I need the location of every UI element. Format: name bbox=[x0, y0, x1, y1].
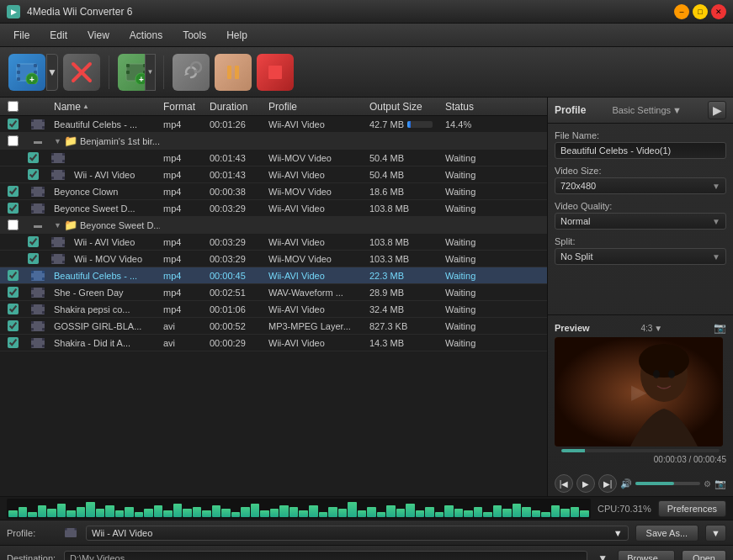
waveform-bar-segment bbox=[309, 505, 318, 517]
row-duration-3: 00:01:43 bbox=[206, 153, 265, 163]
row-status-4: Waiting bbox=[442, 170, 547, 180]
select-all-checkbox[interactable] bbox=[8, 101, 19, 112]
video-quality-select[interactable]: Normal ▼ bbox=[555, 213, 726, 230]
table-row[interactable]: mp4 00:01:43 Wii-MOV Video 50.4 MB Waiti… bbox=[0, 150, 547, 166]
waveform-bar-segment bbox=[96, 509, 105, 517]
svg-rect-70 bbox=[42, 311, 45, 314]
table-row[interactable]: ▬ ▼ 📁 Beyonce Sweet D... bbox=[0, 217, 547, 234]
table-row[interactable]: Wii - MOV Video mp4 00:03:29 Wii-MOV Vid… bbox=[0, 251, 547, 267]
video-size-select[interactable]: 720x480 ▼ bbox=[555, 177, 726, 194]
svg-rect-1 bbox=[17, 64, 20, 67]
row-status-13: Waiting bbox=[442, 321, 547, 331]
menu-file[interactable]: File bbox=[3, 26, 40, 45]
row-checkbox-5[interactable] bbox=[0, 186, 25, 197]
menu-tools[interactable]: Tools bbox=[173, 26, 216, 45]
row-checkbox-1[interactable] bbox=[0, 119, 25, 129]
waveform-bar-segment bbox=[580, 510, 589, 517]
close-button[interactable]: ✕ bbox=[711, 4, 726, 19]
add-output-dropdown[interactable]: ▼ bbox=[145, 54, 156, 91]
add-file-dropdown[interactable]: ▼ bbox=[46, 54, 58, 91]
preview-timeline[interactable] bbox=[561, 449, 720, 452]
add-file-button-group[interactable]: + ▼ bbox=[8, 54, 58, 91]
pause-button[interactable] bbox=[215, 54, 252, 91]
menu-actions[interactable]: Actions bbox=[120, 26, 173, 45]
row-outsize-9: 103.3 MB bbox=[366, 254, 442, 264]
header-duration[interactable]: Duration bbox=[206, 101, 265, 113]
convert-button[interactable] bbox=[173, 54, 210, 91]
row-checkbox-14[interactable] bbox=[0, 337, 25, 348]
svg-point-84 bbox=[653, 370, 660, 378]
row-checkbox-12[interactable] bbox=[0, 304, 25, 314]
preferences-button[interactable]: Preferences bbox=[658, 500, 726, 517]
camera-icon[interactable]: 📷 bbox=[714, 478, 726, 489]
header-profile[interactable]: Profile bbox=[265, 101, 366, 113]
add-output-button[interactable]: + ▼ bbox=[118, 54, 155, 91]
header-format[interactable]: Format bbox=[160, 101, 206, 113]
header-output-size[interactable]: Output Size bbox=[366, 101, 442, 113]
skip-end-button[interactable]: ▶| bbox=[598, 474, 617, 493]
header-status[interactable]: Status bbox=[442, 101, 547, 113]
file-name-input[interactable] bbox=[555, 142, 726, 159]
table-row[interactable]: Wii - AVI Video mp4 00:03:29 Wii-AVI Vid… bbox=[0, 234, 547, 251]
preview-ratio-dropdown[interactable]: 4:3 ▼ bbox=[640, 324, 662, 333]
toolbar: + ▼ + ▼ bbox=[0, 47, 733, 98]
profile-select-dropdown[interactable]: Wii - AVI Video ▼ bbox=[86, 526, 629, 541]
destination-dropdown[interactable]: ▼ bbox=[594, 552, 611, 561]
row-duration-1: 00:01:26 bbox=[206, 119, 265, 129]
row-checkbox-13[interactable] bbox=[0, 320, 25, 331]
save-as-button[interactable]: Save As... bbox=[635, 525, 699, 542]
delete-button[interactable] bbox=[63, 54, 100, 91]
menu-help[interactable]: Help bbox=[216, 26, 258, 45]
row-checkbox-10[interactable] bbox=[0, 270, 25, 281]
row-checkbox-7[interactable] bbox=[0, 219, 25, 230]
split-select[interactable]: No Split ▼ bbox=[555, 248, 726, 265]
minimize-button[interactable]: – bbox=[674, 4, 689, 19]
table-row[interactable]: Shakira pepsi co... mp4 00:01:06 Wii-AVI… bbox=[0, 301, 547, 318]
stop-button[interactable] bbox=[257, 54, 294, 91]
table-row[interactable]: Beyonce Clown mp4 00:00:38 Wii-MOV Video… bbox=[0, 183, 547, 200]
save-dropdown-button[interactable]: ▼ bbox=[705, 525, 726, 542]
snapshot-icon[interactable]: 📷 bbox=[714, 322, 726, 334]
table-row[interactable]: Beautiful Celebs - ... mp4 00:01:26 Wii-… bbox=[0, 116, 547, 133]
row-format-9: mp4 bbox=[160, 254, 206, 264]
row-checkbox-11[interactable] bbox=[0, 287, 25, 298]
open-button[interactable]: Open bbox=[682, 550, 726, 561]
row-checkbox-2[interactable] bbox=[0, 135, 25, 146]
row-checkbox-9[interactable] bbox=[20, 253, 45, 264]
table-row[interactable]: Beautiful Celebs - ... mp4 00:00:45 Wii-… bbox=[0, 267, 547, 284]
preview-image bbox=[555, 337, 723, 446]
table-row[interactable]: She - Green Day mp4 00:02:51 WAV-Wavefor… bbox=[0, 284, 547, 301]
table-row[interactable]: ▬ ▼ 📁 Benjamin's 1st bir... bbox=[0, 133, 547, 150]
header-name[interactable]: Name ▲ bbox=[50, 101, 160, 113]
file-list-header: Name ▲ Format Duration Profile Output Si… bbox=[0, 98, 547, 116]
menu-edit[interactable]: Edit bbox=[40, 26, 77, 45]
row-checkbox-8[interactable] bbox=[20, 236, 45, 247]
table-row[interactable]: GOSSIP GIRL-BLA... avi 00:00:52 MP3-MPEG… bbox=[0, 318, 547, 335]
skip-start-button[interactable]: |◀ bbox=[555, 474, 573, 493]
volume-slider[interactable] bbox=[635, 482, 700, 485]
add-file-button[interactable]: + bbox=[8, 54, 45, 91]
row-profile-4: Wii-AVI Video bbox=[265, 170, 366, 180]
video-size-field: Video Size: 720x480 ▼ bbox=[555, 166, 726, 194]
svg-rect-5 bbox=[17, 77, 20, 81]
table-row[interactable]: Beyonce Sweet D... mp4 00:03:29 Wii-AVI … bbox=[0, 200, 547, 217]
row-name-6: Beyonce Sweet D... bbox=[50, 203, 160, 214]
row-checkbox-6[interactable] bbox=[0, 203, 25, 214]
table-row[interactable]: Wii - AVI Video mp4 00:01:43 Wii-AVI Vid… bbox=[0, 166, 547, 183]
svg-rect-32 bbox=[51, 170, 54, 172]
row-checkbox-4[interactable] bbox=[20, 169, 45, 180]
panel-next-button[interactable]: ▶ bbox=[708, 101, 726, 119]
profile-file-icon bbox=[64, 526, 77, 540]
speed-icon: ⚙ bbox=[704, 479, 711, 489]
svg-rect-72 bbox=[31, 321, 34, 324]
maximize-button[interactable]: □ bbox=[693, 4, 708, 19]
basic-settings-dropdown[interactable]: Basic Settings ▼ bbox=[612, 105, 682, 115]
table-row[interactable]: Shakira - Did it A... avi 00:00:29 Wii-A… bbox=[0, 335, 547, 351]
svg-rect-58 bbox=[42, 271, 45, 273]
play-button[interactable]: ▶ bbox=[576, 474, 595, 493]
row-format-4: mp4 bbox=[160, 170, 206, 180]
browse-button[interactable]: Browse... bbox=[618, 550, 675, 561]
row-checkbox-3[interactable] bbox=[20, 152, 45, 163]
waveform-bar-segment bbox=[444, 505, 454, 517]
menu-view[interactable]: View bbox=[77, 26, 120, 45]
